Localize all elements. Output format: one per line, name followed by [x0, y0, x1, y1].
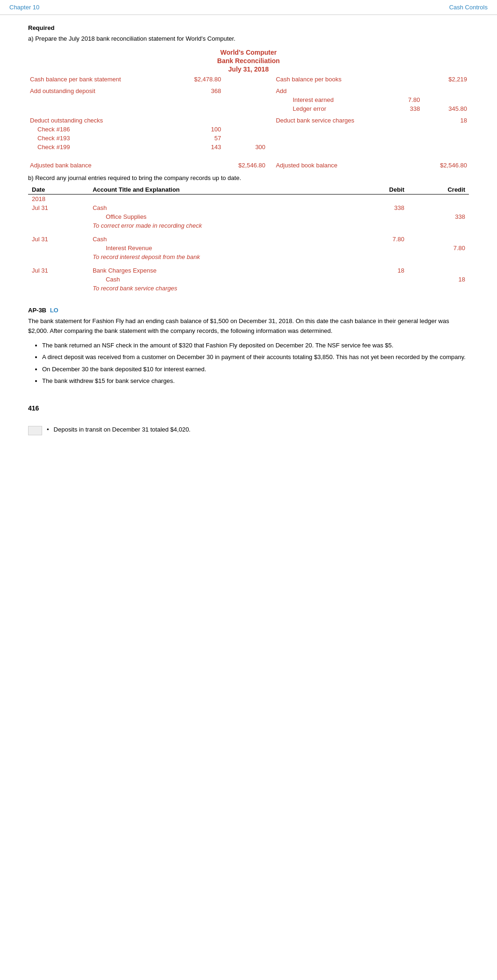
- journal-entry-3-note: To record bank service charges: [28, 284, 469, 293]
- journal-credit-header: Credit: [408, 185, 469, 195]
- check193-label: Check #193: [28, 134, 176, 143]
- journal-entry-1-debit: 338: [347, 203, 408, 212]
- adjusted-bank-label: Adjusted bank balance: [28, 161, 176, 170]
- required-label: Required: [28, 24, 469, 31]
- journal-entry-3-account-sub: Cash: [89, 275, 347, 284]
- journal-entry-1-account-main: Cash: [89, 203, 347, 212]
- bottom-bullet-row: • Deposits in transit on December 31 tot…: [28, 426, 469, 435]
- journal-account-header: Account Title and Explanation: [89, 185, 347, 195]
- recon-date: July 31, 2018: [28, 65, 469, 73]
- journal-entry-2-sub: Interest Revenue 7.80: [28, 244, 469, 252]
- journal-entry-2-account-main: Cash: [89, 235, 347, 244]
- bottom-section: • Deposits in transit on December 31 tot…: [28, 426, 469, 435]
- check193-value: 57: [176, 134, 223, 143]
- journal-entry-1-note: To correct error made in recording check: [28, 221, 469, 230]
- check-total: 300: [223, 143, 268, 151]
- bank-add-label: Add outstanding deposit: [28, 86, 176, 95]
- journal-entry-2-note-text: To record interest deposit from the bank: [89, 252, 347, 261]
- adjusted-book-value: $2,546.80: [422, 161, 469, 170]
- bullet-3: On December 30 the bank deposited $10 fo…: [42, 365, 469, 374]
- reconciliation-table: Cash balance per bank statement $2,478.8…: [28, 75, 469, 170]
- bank-cash-balance-label: Cash balance per bank statement: [28, 75, 176, 84]
- journal-entry-1-note-text: To correct error made in recording check: [89, 221, 347, 230]
- journal-entry-3-credit: 18: [408, 275, 469, 284]
- question-a: a) Prepare the July 2018 bank reconcilia…: [28, 35, 469, 42]
- journal-year: 2018: [28, 195, 89, 204]
- bottom-bullet-text: Deposits in transit on December 31 total…: [54, 426, 191, 433]
- bullet-2: A direct deposit was received from a cus…: [42, 353, 469, 362]
- check199-label: Check #199: [28, 143, 176, 151]
- page-header: Chapter 10 Cash Controls: [0, 0, 497, 15]
- recon-section: World's Computer Bank Reconciliation Jul…: [28, 49, 469, 170]
- recon-title: Bank Reconciliation: [28, 57, 469, 65]
- journal-entry-1-sub: Office Supplies 338: [28, 212, 469, 221]
- journal-entry-3-main: Jul 31 Bank Charges Expense 18: [28, 266, 469, 275]
- journal-entry-1-main: Jul 31 Cash 338: [28, 203, 469, 212]
- journal-entry-2-credit: 7.80: [408, 244, 469, 252]
- book-add-total: 345.80: [422, 104, 469, 113]
- ap3b-section: AP-3B LO The bank statement for Fashion …: [28, 307, 469, 386]
- question-b: b) Record any journal entries required t…: [28, 174, 469, 181]
- journal-entry-3-debit: 18: [347, 266, 408, 275]
- journal-entry-2-main: Jul 31 Cash 7.80: [28, 235, 469, 244]
- bank-cash-balance-value: $2,478.80: [176, 75, 223, 84]
- check186-label: Check #186: [28, 125, 176, 134]
- chapter-link[interactable]: Chapter 10: [9, 4, 39, 11]
- main-content: Required a) Prepare the July 2018 bank r…: [0, 15, 497, 449]
- ap3b-lo: LO: [50, 307, 58, 314]
- ap3b-bullet-list: The bank returned an NSF check in the am…: [42, 341, 469, 386]
- book-deduct-value: 18: [422, 116, 469, 125]
- journal-entry-2-account-sub: Interest Revenue: [89, 244, 347, 252]
- bank-deduct-label: Deduct outstanding checks: [28, 116, 176, 125]
- bullet-dot: •: [47, 426, 49, 433]
- book-cash-balance-label: Cash balance per books: [274, 75, 381, 84]
- book-deduct-label: Deduct bank service charges: [274, 116, 381, 125]
- page-number: 416: [28, 404, 469, 412]
- journal-entry-1-credit: 338: [408, 212, 469, 221]
- ledger-value: 338: [381, 104, 422, 113]
- journal-debit-header: Debit: [347, 185, 408, 195]
- adjusted-bank-value: $2,546.80: [223, 161, 268, 170]
- image-placeholder: [28, 426, 42, 435]
- interest-label: Interest earned: [274, 95, 381, 104]
- ledger-label: Ledger error: [274, 104, 381, 113]
- adjusted-book-label: Adjusted book balance: [274, 161, 381, 170]
- book-cash-balance-value: $2,219: [422, 75, 469, 84]
- book-add-label: Add: [274, 86, 381, 95]
- journal-entry-1-date: Jul 31: [28, 203, 89, 212]
- journal-entry-3-note-text: To record bank service charges: [89, 284, 347, 293]
- journal-entry-2-debit: 7.80: [347, 235, 408, 244]
- journal-entry-3-account-main: Bank Charges Expense: [89, 266, 347, 275]
- journal-entry-2-note: To record interest deposit from the bank: [28, 252, 469, 261]
- interest-value: 7.80: [381, 95, 422, 104]
- journal-entry-2-date: Jul 31: [28, 235, 89, 244]
- journal-entry-3-date: Jul 31: [28, 266, 89, 275]
- journal-table: Date Account Title and Explanation Debit…: [28, 185, 469, 293]
- ap3b-label: AP-3B: [28, 307, 46, 314]
- journal-date-header: Date: [28, 185, 89, 195]
- check186-value: 100: [176, 125, 223, 134]
- bullet-4: The bank withdrew $15 for bank service c…: [42, 376, 469, 386]
- bullet-1: The bank returned an NSF check in the am…: [42, 341, 469, 350]
- company-title: World's Computer: [28, 49, 469, 56]
- bank-add-value: 368: [176, 86, 223, 95]
- journal-entry-3-sub: Cash 18: [28, 275, 469, 284]
- journal-entry-1-account-sub: Office Supplies: [89, 212, 347, 221]
- check199-value: 143: [176, 143, 223, 151]
- section-link[interactable]: Cash Controls: [449, 4, 488, 11]
- ap3b-description: The bank statement for Fashion Fly had a…: [28, 317, 469, 336]
